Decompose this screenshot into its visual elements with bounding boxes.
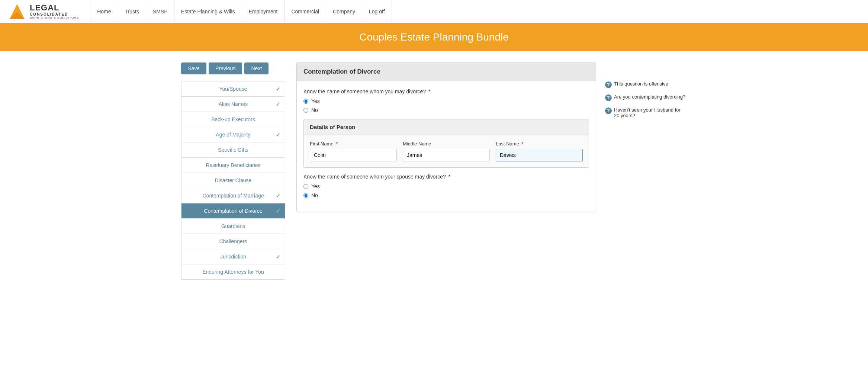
last-name-group: Last Name * xyxy=(496,141,583,161)
next-button[interactable]: Next xyxy=(244,62,269,74)
question1-yes-radio[interactable] xyxy=(303,99,308,104)
question2-no-radio[interactable] xyxy=(303,193,308,198)
sidebar-item-enduring-attorneys[interactable]: Enduring Attorneys for You xyxy=(181,264,285,279)
sidebar: Save Previous Next You/Spouse ✓ Alias Na… xyxy=(181,62,285,280)
nav-links: Home Trusts SMSF Estate Planning & Wills… xyxy=(90,0,392,23)
required-star-2: * xyxy=(449,174,450,180)
section-body: Know the name of someone whom you may di… xyxy=(297,81,596,212)
details-subsection-header: Details of Person xyxy=(304,119,589,135)
check-icon-you-spouse: ✓ xyxy=(276,86,280,93)
save-button[interactable]: Save xyxy=(181,62,206,74)
help-item-husband: ? Haven't seen your Husband for 20 years… xyxy=(605,107,687,118)
question1-no-radio[interactable] xyxy=(303,108,308,113)
middle-name-group: Middle Name xyxy=(403,141,490,161)
nav-home[interactable]: Home xyxy=(90,0,118,23)
middle-name-input[interactable] xyxy=(403,149,490,161)
sidebar-item-age-of-majority[interactable]: Age of Majority ✓ xyxy=(181,127,285,142)
logo-legal-text: LEGAL xyxy=(30,3,79,12)
first-name-group: First Name * xyxy=(310,141,397,161)
page-title: Couples Estate Planning Bundle xyxy=(359,31,509,43)
check-icon-age-of-majority: ✓ xyxy=(276,131,280,138)
sidebar-item-residuary-beneficiaries[interactable]: Residuary Beneficiaries xyxy=(181,158,285,173)
previous-button[interactable]: Previous xyxy=(209,62,242,74)
question2-row: Know the name of someone whom your spous… xyxy=(303,174,589,198)
sidebar-item-guardians[interactable]: Guardians xyxy=(181,219,285,234)
check-icon-alias-names: ✓ xyxy=(276,101,280,108)
help-icon-contemplating: ? xyxy=(605,94,612,101)
content-area: Contemplation of Divorce Know the name o… xyxy=(296,62,596,280)
sidebar-item-jurisdiction[interactable]: Jurisdiction ✓ xyxy=(181,249,285,264)
question1-no-option[interactable]: No xyxy=(303,107,589,113)
sidebar-item-challengers[interactable]: Challengers xyxy=(181,234,285,249)
question2-label: Know the name of someone whom your spous… xyxy=(303,174,589,180)
nav-trusts[interactable]: Trusts xyxy=(118,0,146,23)
question2-no-option[interactable]: No xyxy=(303,192,589,198)
nav-commercial[interactable]: Commercial xyxy=(284,0,326,23)
check-icon-contemplation-of-marriage: ✓ xyxy=(276,192,280,199)
section-header: Contemplation of Divorce xyxy=(297,63,596,81)
check-icon-contemplation-of-divorce: ✓ xyxy=(276,208,280,215)
sidebar-item-contemplation-of-divorce[interactable]: Contemplation of Divorce ✓ xyxy=(181,203,285,219)
first-name-input[interactable] xyxy=(310,149,397,161)
sidebar-item-you-spouse[interactable]: You/Spouse ✓ xyxy=(181,81,285,97)
contemplation-of-divorce-section: Contemplation of Divorce Know the name o… xyxy=(296,62,596,212)
sidebar-item-back-up-executors[interactable]: Back-up Executors xyxy=(181,112,285,127)
right-panel: ? This question is offensive ? Are you c… xyxy=(605,62,687,280)
question1-yes-option[interactable]: Yes xyxy=(303,98,589,104)
sidebar-item-contemplation-of-marriage[interactable]: Contemplation of Marriage ✓ xyxy=(181,188,285,203)
sidebar-nav: You/Spouse ✓ Alias Names ✓ Back-up Execu… xyxy=(181,81,285,280)
nav-logoff[interactable]: Log off xyxy=(362,0,392,23)
details-subsection-body: First Name * Middle Name xyxy=(304,135,589,167)
details-subsection: Details of Person First Name * xyxy=(303,119,589,168)
required-star-fn: * xyxy=(336,141,338,147)
sidebar-item-disaster-clause[interactable]: Disaster Clause xyxy=(181,173,285,188)
nav-company[interactable]: Company xyxy=(326,0,362,23)
main-container: Save Previous Next You/Spouse ✓ Alias Na… xyxy=(174,51,694,287)
navbar: LEGAL CONSOLIDATED BARRISTERS & SOLICITO… xyxy=(0,0,868,23)
nav-smsf[interactable]: SMSF xyxy=(146,0,174,23)
nav-estate-planning[interactable]: Estate Planning & Wills xyxy=(174,0,242,23)
help-item-offensive: ? This question is offensive xyxy=(605,81,687,88)
required-star-1: * xyxy=(428,89,430,94)
check-icon-jurisdiction: ✓ xyxy=(276,253,280,260)
last-name-input[interactable] xyxy=(496,149,583,161)
first-name-label: First Name * xyxy=(310,141,397,147)
last-name-label: Last Name * xyxy=(496,141,583,147)
sidebar-item-specific-gifts[interactable]: Specific Gifts xyxy=(181,142,285,158)
name-fields-row: First Name * Middle Name xyxy=(310,141,583,161)
question1-row: Know the name of someone whom you may di… xyxy=(303,89,589,113)
logo: LEGAL CONSOLIDATED BARRISTERS & SOLICITO… xyxy=(7,2,79,21)
logo-icon xyxy=(7,2,27,21)
question1-label: Know the name of someone whom you may di… xyxy=(303,89,589,94)
action-buttons: Save Previous Next xyxy=(181,62,285,74)
header-banner: Couples Estate Planning Bundle xyxy=(0,23,868,51)
help-icon-husband: ? xyxy=(605,107,612,114)
sidebar-item-alias-names[interactable]: Alias Names ✓ xyxy=(181,97,285,112)
question2-yes-radio[interactable] xyxy=(303,184,308,189)
question2-yes-option[interactable]: Yes xyxy=(303,183,589,189)
logo-sub-text: BARRISTERS & SOLICITORS xyxy=(30,16,79,20)
middle-name-label: Middle Name xyxy=(403,141,490,147)
help-icon-offensive: ? xyxy=(605,81,612,88)
nav-employment[interactable]: Employment xyxy=(242,0,285,23)
help-item-contemplating: ? Are you contemplating divorcing? xyxy=(605,94,687,101)
required-star-ln: * xyxy=(522,141,524,147)
